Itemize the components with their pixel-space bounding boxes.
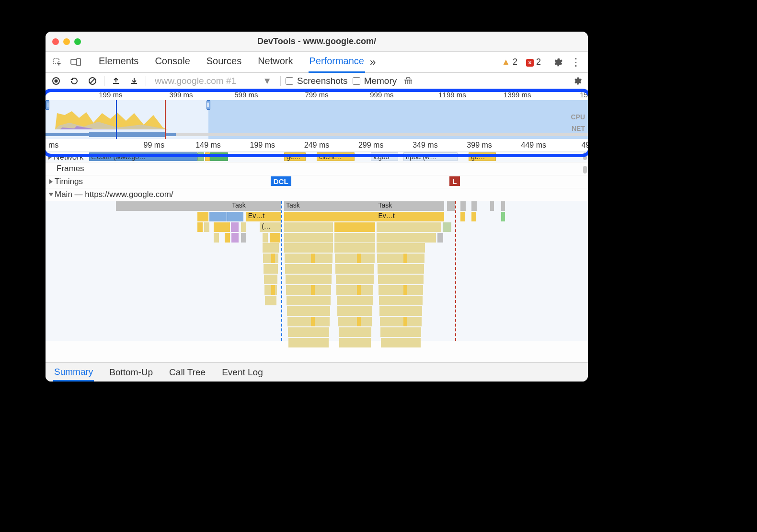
flame-bar[interactable] — [379, 306, 423, 316]
flame-bar[interactable] — [501, 212, 505, 221]
flame-bar[interactable] — [377, 254, 425, 263]
flame-bar[interactable] — [284, 212, 376, 221]
scrollbar-thumb[interactable] — [583, 152, 587, 160]
flame-bar[interactable] — [116, 201, 230, 211]
flame-bar[interactable]: (… — [260, 222, 281, 232]
flame-bar[interactable] — [380, 327, 422, 337]
issue-counts[interactable]: ▲ 2 × 2 — [502, 57, 541, 67]
flame-bar[interactable] — [460, 212, 465, 221]
flame-bar[interactable] — [336, 285, 373, 295]
flame-bar[interactable] — [263, 233, 268, 243]
flame-bar[interactable] — [231, 233, 239, 243]
flame-bar[interactable] — [227, 212, 243, 221]
flame-bar[interactable] — [287, 306, 330, 316]
network-request-bar[interactable]: v.goo — [371, 152, 398, 161]
timings-track[interactable]: Timings DCLL — [46, 175, 588, 188]
flame-bar[interactable] — [335, 254, 375, 263]
timing-marker-dcl[interactable]: DCL — [271, 176, 291, 186]
flame-bar[interactable] — [204, 222, 209, 232]
flame-bar[interactable] — [231, 222, 239, 232]
upload-profile-icon[interactable] — [109, 74, 123, 88]
close-window-icon[interactable] — [52, 38, 59, 45]
tab-performance[interactable]: Performance — [309, 52, 366, 73]
flame-bar[interactable] — [338, 317, 372, 326]
tab-sources[interactable]: Sources — [206, 52, 242, 73]
disclosure-icon[interactable] — [48, 155, 52, 160]
flame-bar[interactable] — [288, 327, 329, 337]
flame-bar[interactable] — [357, 285, 361, 295]
flame-bar[interactable] — [377, 233, 436, 243]
flame-bar[interactable]: Task — [377, 201, 445, 211]
bottom-tab-summary[interactable]: Summary — [53, 364, 94, 382]
flame-bar[interactable] — [263, 243, 279, 253]
flame-bar[interactable] — [378, 264, 424, 274]
flame-bar[interactable] — [270, 233, 281, 243]
garbage-collect-icon[interactable] — [401, 74, 415, 88]
flame-chart[interactable]: TaskTaskTaskEv…tEv…t(… — [46, 201, 588, 341]
record-button-icon[interactable] — [49, 74, 63, 88]
flame-bar[interactable] — [311, 254, 315, 263]
disclosure-icon[interactable] — [49, 193, 54, 197]
flame-bar[interactable] — [334, 233, 375, 243]
flame-bar[interactable] — [339, 327, 372, 337]
flame-bar[interactable] — [285, 264, 332, 274]
flame-bar[interactable] — [311, 317, 315, 326]
flame-bar[interactable] — [286, 275, 332, 284]
screenshots-checkbox[interactable]: Screenshots — [286, 76, 348, 86]
flame-bar[interactable] — [209, 212, 227, 221]
flame-bar[interactable] — [288, 338, 329, 347]
device-toolbar-icon[interactable] — [68, 54, 84, 70]
flame-bar[interactable] — [241, 222, 246, 232]
flame-bar[interactable] — [287, 317, 330, 326]
timing-marker-l[interactable]: L — [449, 176, 459, 186]
bottom-tab-call-tree[interactable]: Call Tree — [168, 364, 206, 381]
flame-bar[interactable] — [197, 212, 208, 221]
error-count[interactable]: × 2 — [526, 57, 541, 67]
network-request-bar[interactable]: ge… — [469, 152, 496, 161]
flame-bar[interactable] — [447, 201, 455, 211]
flame-bar[interactable]: Task — [230, 201, 282, 211]
flame-bar[interactable] — [443, 222, 451, 232]
network-track[interactable]: Network e.com/ (www.go…ge…client…v.goohp… — [46, 151, 588, 162]
flame-bar[interactable] — [379, 296, 423, 305]
reload-record-icon[interactable] — [68, 74, 81, 88]
overview-timeline[interactable]: 199 ms399 ms599 ms799 ms999 ms1199 ms139… — [46, 90, 588, 139]
flame-bar[interactable] — [357, 317, 361, 326]
network-request-bar[interactable]: client… — [317, 152, 355, 161]
tab-network[interactable]: Network — [257, 52, 294, 73]
flame-bar[interactable] — [337, 306, 372, 316]
tab-elements[interactable]: Elements — [98, 52, 139, 73]
network-request-bar[interactable]: e.com/ (www.go… — [89, 152, 197, 161]
network-request-bar[interactable] — [197, 152, 204, 161]
flame-bar[interactable] — [378, 275, 424, 284]
tab-console[interactable]: Console — [154, 52, 191, 73]
flame-bar[interactable] — [284, 222, 333, 232]
flame-bar[interactable] — [460, 201, 466, 211]
flame-bar[interactable] — [284, 243, 333, 253]
inspect-element-icon[interactable] — [49, 54, 66, 70]
overview-area[interactable]: CPU NET — [46, 100, 588, 139]
flame-bar[interactable] — [265, 296, 276, 305]
flame-bar[interactable] — [197, 222, 203, 232]
settings-gear-icon[interactable] — [550, 54, 566, 70]
flame-bar[interactable] — [335, 264, 374, 274]
flame-bar[interactable] — [490, 201, 494, 211]
flame-bar[interactable] — [264, 264, 278, 274]
flame-bar[interactable]: Task — [284, 201, 376, 211]
flame-bar[interactable] — [339, 338, 371, 347]
scrollbar-thumb[interactable] — [583, 166, 587, 173]
detail-ruler[interactable]: ms99 ms149 ms199 ms249 ms299 ms349 ms399… — [46, 139, 588, 151]
flame-bar[interactable] — [357, 254, 361, 263]
bottom-tab-event-log[interactable]: Event Log — [221, 364, 264, 381]
zoom-window-icon[interactable] — [74, 38, 81, 45]
minimize-window-icon[interactable] — [63, 38, 70, 45]
flame-bar[interactable] — [336, 275, 374, 284]
flame-bar[interactable] — [287, 296, 331, 305]
flame-bar[interactable] — [403, 285, 407, 295]
kebab-menu-icon[interactable]: ⋮ — [568, 54, 584, 70]
flame-bar[interactable] — [403, 254, 407, 263]
flame-bar[interactable] — [225, 233, 230, 243]
panel-settings-gear-icon[interactable] — [571, 74, 584, 88]
flame-bar[interactable] — [377, 243, 425, 253]
flame-bar[interactable] — [334, 222, 375, 232]
